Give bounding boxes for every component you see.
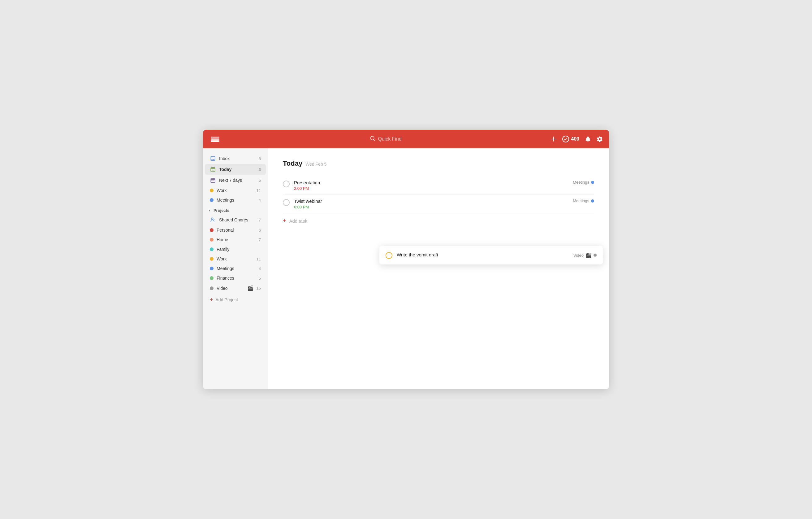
floating-task-checkbox[interactable]	[385, 252, 393, 259]
main-layout: Inbox 8 5 Today 3	[203, 148, 609, 389]
task-twist-meta: Meetings	[573, 198, 594, 203]
today-label: Today	[219, 167, 256, 172]
projects-label: Projects	[213, 208, 229, 213]
search-area[interactable]: Quick Find	[221, 136, 551, 142]
personal-label: Personal	[216, 227, 256, 233]
video-count: 16	[257, 286, 261, 291]
inbox-count: 8	[259, 156, 261, 161]
floating-task-dot	[593, 254, 597, 257]
sidebar-item-work[interactable]: Work 11	[205, 254, 266, 264]
svg-point-7	[562, 136, 569, 142]
task-twist-time: 6:00 PM	[294, 205, 569, 209]
search-placeholder: Quick Find	[378, 136, 401, 142]
sidebar-item-meetings-top[interactable]: Meetings 4	[205, 195, 266, 205]
inbox-icon	[210, 156, 216, 162]
work-dot	[210, 189, 213, 192]
add-task-plus-icon: +	[283, 218, 286, 224]
today-count: 3	[259, 167, 261, 172]
projects-section-header[interactable]: ▼ Projects	[203, 205, 268, 215]
task-presentation-meta: Meetings	[573, 180, 594, 185]
sidebar-item-work-top[interactable]: Work 11	[205, 186, 266, 195]
person-icon	[210, 217, 216, 223]
sidebar-item-today[interactable]: 5 Today 3	[205, 164, 266, 175]
settings-button[interactable]	[597, 136, 603, 142]
floating-task-emoji: 🎬	[585, 252, 592, 258]
sidebar-item-home[interactable]: Home 7	[205, 235, 266, 244]
task-checkbox-presentation[interactable]	[283, 181, 290, 187]
sidebar-item-family[interactable]: Family	[205, 245, 266, 254]
svg-point-19	[211, 218, 213, 220]
work-top-label: Work	[216, 188, 254, 193]
meetings-top-label: Meetings	[216, 197, 256, 202]
page-subtitle: Wed Feb 5	[306, 162, 326, 167]
floating-task-name: Write the vomit draft	[397, 252, 569, 257]
work-label: Work	[216, 256, 254, 262]
sidebar-item-personal[interactable]: Personal 6	[205, 225, 266, 235]
home-dot	[210, 238, 213, 242]
meetings-dot	[210, 267, 213, 270]
svg-rect-18	[213, 180, 214, 181]
floating-task-body: Write the vomit draft	[397, 252, 569, 258]
floating-task-project: Video	[573, 253, 584, 257]
karma-badge[interactable]: 400	[562, 136, 579, 142]
app-window: Quick Find 400	[203, 130, 609, 389]
sidebar-item-next7[interactable]: Next 7 days 5	[205, 175, 266, 186]
logo-button[interactable]	[209, 133, 221, 145]
finances-dot	[210, 276, 213, 280]
shared-chores-label: Shared Chores	[219, 217, 256, 222]
task-presentation-dot	[591, 181, 594, 184]
svg-text:5: 5	[212, 169, 213, 171]
family-label: Family	[216, 247, 258, 252]
next7-label: Next 7 days	[219, 178, 256, 183]
personal-count: 6	[259, 228, 261, 233]
task-presentation-body: Presentation 2:00 PM	[294, 180, 569, 191]
task-presentation-project: Meetings	[573, 180, 589, 185]
page-title: Today	[283, 160, 302, 167]
bell-button[interactable]	[585, 136, 591, 142]
add-project-label: Add Project	[216, 297, 238, 302]
floating-task-meta: Video 🎬	[573, 252, 597, 258]
svg-rect-1	[211, 138, 220, 140]
task-checkbox-twist[interactable]	[283, 199, 290, 206]
karma-count: 400	[571, 136, 579, 142]
sidebar-item-finances[interactable]: Finances 5	[205, 273, 266, 283]
work-dot2	[210, 257, 213, 261]
add-task-label: Add task	[289, 218, 307, 224]
task-twist-webinar[interactable]: Twist webinar 6:00 PM Meetings	[283, 195, 594, 213]
sidebar-item-shared-chores[interactable]: Shared Chores 7	[205, 215, 266, 225]
main-content: Today Wed Feb 5 Presentation 2:00 PM Mee…	[268, 148, 609, 389]
task-presentation-time: 2:00 PM	[294, 186, 569, 191]
add-project-button[interactable]: + Add Project	[203, 295, 268, 305]
work-count: 11	[257, 257, 261, 262]
sidebar: Inbox 8 5 Today 3	[203, 148, 268, 389]
meetings-dot-top	[210, 198, 213, 202]
add-button[interactable]	[551, 136, 557, 142]
svg-line-4	[374, 140, 375, 141]
svg-rect-0	[211, 137, 220, 138]
meetings-label: Meetings	[216, 266, 256, 271]
page-title-area: Today Wed Feb 5	[283, 160, 594, 167]
search-bar[interactable]: Quick Find	[370, 136, 401, 142]
task-presentation[interactable]: Presentation 2:00 PM Meetings	[283, 176, 594, 195]
task-twist-body: Twist webinar 6:00 PM	[294, 198, 569, 209]
sidebar-item-inbox[interactable]: Inbox 8	[205, 153, 266, 164]
sidebar-item-video[interactable]: Video 🎬 16	[205, 283, 266, 293]
add-task-row[interactable]: + Add task	[283, 213, 594, 228]
video-label: Video	[216, 286, 244, 291]
next7-icon	[210, 177, 216, 183]
svg-rect-2	[211, 140, 220, 142]
add-project-plus-icon: +	[210, 297, 213, 303]
header-actions: 400	[551, 136, 603, 142]
header: Quick Find 400	[203, 130, 609, 148]
next7-count: 5	[259, 178, 261, 183]
sidebar-item-meetings[interactable]: Meetings 4	[205, 264, 266, 273]
floating-task-card[interactable]: Write the vomit draft Video 🎬	[379, 246, 603, 265]
home-count: 7	[259, 238, 261, 242]
today-icon: 5	[210, 166, 216, 172]
meetings-top-count: 4	[259, 198, 261, 202]
video-emoji: 🎬	[247, 285, 254, 291]
inbox-label: Inbox	[219, 156, 256, 161]
task-presentation-name: Presentation	[294, 180, 569, 185]
video-dot	[210, 286, 213, 290]
family-dot	[210, 247, 213, 251]
